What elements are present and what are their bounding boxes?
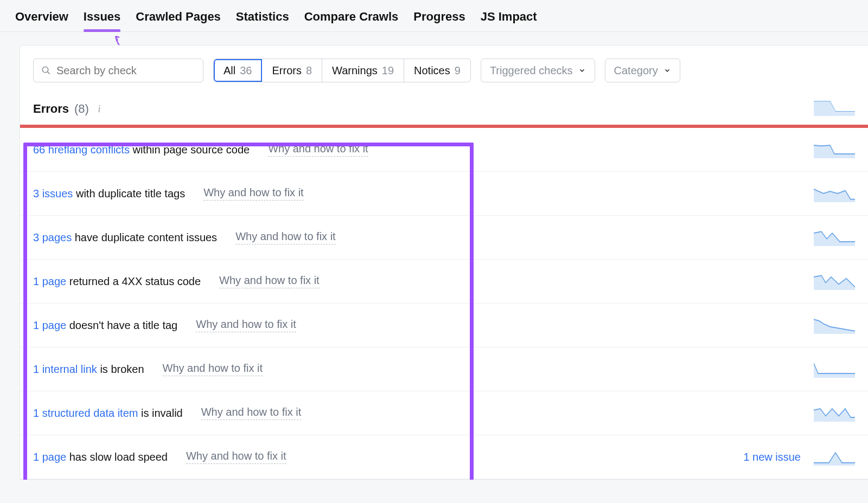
issue-link[interactable]: 3 pages [33, 231, 72, 243]
issue-text: 66 hreflang conflicts within page source… [33, 144, 250, 156]
issue-text: 1 page returned a 4XX status code [33, 275, 201, 288]
why-and-how-link[interactable]: Why and how to fix it [219, 274, 320, 288]
issue-row: 1 page doesn't have a title tagWhy and h… [20, 304, 868, 347]
filter-warnings-label: Warnings [332, 65, 378, 77]
issue-text: 1 structured data item is invalid [33, 407, 183, 420]
category-dropdown[interactable]: Category [605, 59, 680, 82]
why-and-how-link[interactable]: Why and how to fix it [203, 186, 304, 201]
issue-description: have duplicate content issues [72, 231, 217, 243]
issue-row: 1 structured data item is invalidWhy and… [20, 391, 868, 435]
top-tabs: Overview Issues Crawled Pages Statistics… [0, 0, 868, 32]
errors-title: Errors [33, 102, 69, 116]
search-input[interactable] [56, 65, 195, 77]
filter-notices[interactable]: Notices 9 [404, 59, 470, 82]
issue-text: 1 internal link is broken [33, 363, 144, 376]
sparkline [814, 185, 855, 202]
triggered-checks-dropdown[interactable]: Triggered checks [481, 59, 595, 82]
issue-row-right: 1 new issue [743, 448, 855, 466]
issue-link[interactable]: 3 issues [33, 188, 73, 199]
issue-row: 3 issues with duplicate title tagsWhy an… [20, 172, 868, 216]
why-and-how-link[interactable]: Why and how to fix it [235, 230, 336, 244]
svg-marker-5 [814, 231, 855, 246]
issue-row-left: 3 pages have duplicate content issuesWhy… [33, 230, 336, 244]
svg-marker-8 [814, 363, 855, 378]
issue-row-left: 1 internal link is brokenWhy and how to … [33, 362, 263, 376]
issue-type-filter: All 36 Errors 8 Warnings 19 Notices 9 [213, 59, 471, 82]
issue-row: 1 page returned a 4XX status codeWhy and… [20, 260, 868, 304]
tab-compare-crawls[interactable]: Compare Crawls [304, 10, 399, 31]
filter-errors[interactable]: Errors 8 [262, 59, 322, 82]
issue-row-right [814, 404, 855, 422]
issue-row-left: 1 page doesn't have a title tagWhy and h… [33, 318, 296, 332]
sparkline [814, 229, 855, 246]
svg-marker-3 [814, 145, 855, 158]
filter-errors-label: Errors [272, 65, 301, 77]
why-and-how-link[interactable]: Why and how to fix it [268, 143, 368, 157]
filter-warnings[interactable]: Warnings 19 [322, 59, 404, 82]
info-icon[interactable]: i [94, 104, 104, 115]
new-issue-link[interactable]: 1 new issue [743, 451, 801, 463]
issue-row: 1 internal link is brokenWhy and how to … [20, 347, 868, 391]
issue-link[interactable]: 1 page [33, 451, 66, 463]
tab-js-impact[interactable]: JS Impact [481, 10, 537, 31]
sparkline [814, 99, 855, 116]
issues-panel: All 36 Errors 8 Warnings 19 Notices 9 Tr… [20, 45, 868, 480]
tab-overview[interactable]: Overview [15, 10, 68, 31]
issue-row-right [814, 273, 855, 290]
issue-description: is invalid [138, 407, 182, 419]
issue-description: doesn't have a title tag [66, 319, 177, 331]
chevron-down-icon [578, 67, 586, 74]
issue-row-right [814, 229, 855, 246]
svg-marker-6 [814, 275, 855, 290]
issue-text: 3 pages have duplicate content issues [33, 231, 217, 244]
tab-issues[interactable]: Issues [84, 10, 121, 31]
toolbar: All 36 Errors 8 Warnings 19 Notices 9 Tr… [20, 59, 868, 82]
issue-row-left: 66 hreflang conflicts within page source… [33, 143, 368, 157]
filter-errors-count: 8 [306, 65, 312, 77]
category-label: Category [614, 65, 658, 77]
issue-text: 1 page doesn't have a title tag [33, 319, 177, 332]
sparkline [814, 360, 855, 378]
filter-all-count: 36 [240, 65, 252, 77]
sparkline [814, 448, 855, 466]
issue-link[interactable]: 1 page [33, 319, 66, 331]
issue-description: is broken [97, 363, 144, 375]
issue-link[interactable]: 66 hreflang conflicts [33, 144, 130, 156]
issue-text: 3 issues with duplicate title tags [33, 188, 185, 200]
issue-row-left: 3 issues with duplicate title tagsWhy an… [33, 186, 304, 201]
filter-all[interactable]: All 36 [214, 59, 262, 82]
tab-statistics[interactable]: Statistics [236, 10, 289, 31]
why-and-how-link[interactable]: Why and how to fix it [163, 362, 263, 376]
why-and-how-link[interactable]: Why and how to fix it [196, 318, 296, 332]
issue-row-right [814, 141, 855, 158]
why-and-how-link[interactable]: Why and how to fix it [201, 406, 302, 420]
issue-link[interactable]: 1 page [33, 275, 66, 287]
tab-crawled-pages[interactable]: Crawled Pages [136, 10, 221, 31]
issue-row-right [814, 360, 855, 378]
issue-row-left: 1 page returned a 4XX status codeWhy and… [33, 274, 320, 288]
errors-count: (8) [74, 102, 89, 116]
why-and-how-link[interactable]: Why and how to fix it [186, 450, 286, 464]
svg-line-1 [48, 72, 50, 74]
filter-notices-label: Notices [414, 65, 450, 77]
issue-row-left: 1 structured data item is invalidWhy and… [33, 406, 301, 420]
sparkline [814, 404, 855, 422]
errors-section-head: Errors (8) i [20, 82, 117, 125]
filter-notices-count: 9 [455, 65, 461, 77]
issue-link[interactable]: 1 structured data item [33, 407, 138, 419]
triggered-checks-label: Triggered checks [490, 65, 573, 77]
issue-text: 1 page has slow load speed [33, 451, 168, 463]
tab-progress[interactable]: Progress [413, 10, 465, 31]
issue-row: 3 pages have duplicate content issuesWhy… [20, 216, 868, 260]
search-input-wrap[interactable] [33, 59, 203, 82]
issue-description: returned a 4XX status code [66, 275, 201, 287]
sparkline [814, 141, 855, 158]
filter-warnings-count: 19 [382, 65, 394, 77]
errors-list: 66 hreflang conflicts within page source… [20, 128, 868, 479]
svg-point-0 [42, 67, 48, 73]
issue-link[interactable]: 1 internal link [33, 363, 97, 375]
chevron-down-icon [663, 67, 671, 74]
issue-description: with duplicate title tags [73, 188, 185, 199]
filter-all-label: All [224, 65, 235, 77]
sparkline [814, 317, 855, 334]
